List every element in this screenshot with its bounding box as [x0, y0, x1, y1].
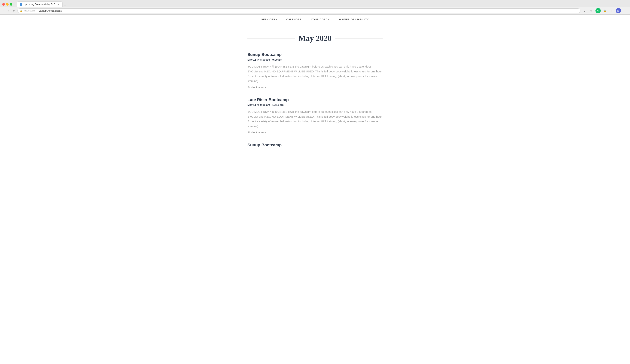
forward-icon: › — [8, 9, 9, 12]
grammarly-label: G — [597, 9, 599, 12]
event-item: Late Riser Bootcamp May 11 @ 9:15 am - 1… — [248, 97, 382, 134]
nav-services[interactable]: SERVICES ▾ — [261, 18, 277, 21]
tab-favicon — [20, 3, 22, 6]
extension-button[interactable]: 🔒 — [602, 8, 608, 13]
tab-close-button[interactable]: ✕ — [57, 3, 60, 6]
reload-button[interactable]: ↻ — [12, 8, 16, 13]
star-icon: ☆ — [590, 9, 592, 12]
reload-icon: ↻ — [12, 9, 15, 12]
bookmark-button[interactable]: ☆ — [589, 8, 594, 13]
page-content: SERVICES ▾ CALENDAR YOUR COACH WAIVER OF… — [0, 15, 630, 184]
grammarly-icon[interactable]: G — [596, 8, 601, 13]
find-out-more-link[interactable]: Find out more » — [248, 131, 266, 134]
month-line-right — [335, 38, 382, 38]
new-tab-button[interactable]: + — [62, 3, 68, 7]
forward-button[interactable]: › — [7, 8, 10, 13]
window-close-button[interactable] — [2, 3, 5, 6]
main-navigation: SERVICES ▾ CALENDAR YOUR COACH WAIVER OF… — [0, 15, 630, 24]
events-list: Sunup Bootcamp May 11 @ 8:00 am - 9:00 a… — [248, 52, 382, 147]
url-text: valleyfit.net/calendar/ — [39, 9, 62, 12]
event-date: May 11 @ 8:00 am - 9:00 am — [248, 58, 382, 61]
find-out-more-link[interactable]: Find out more » — [248, 86, 266, 89]
tab-bar: Upcoming Events – Valley Fit S ✕ + — [17, 1, 68, 7]
window-controls — [2, 3, 12, 6]
tab-label: Upcoming Events – Valley Fit S — [24, 3, 55, 6]
main-content: May 2020 Sunup Bootcamp May 11 @ 8:00 am… — [244, 24, 386, 167]
not-secure-label: Not Secure — [24, 9, 35, 12]
month-title: May 2020 — [298, 34, 332, 43]
month-line-left — [248, 38, 295, 38]
search-icon: ⚲ — [584, 9, 586, 12]
event-title[interactable]: Sunup Bootcamp — [248, 143, 382, 147]
calendar-label: CALENDAR — [286, 18, 302, 21]
month-header: May 2020 — [248, 34, 382, 43]
back-icon: ‹ — [4, 9, 4, 12]
services-label: SERVICES — [261, 18, 275, 21]
more-button[interactable]: ⋮ — [622, 8, 628, 13]
pinterest-icon: P — [611, 9, 612, 12]
pinterest-button[interactable]: P — [609, 8, 614, 13]
security-icon: 🔒 — [20, 9, 22, 12]
event-title[interactable]: Late Riser Bootcamp — [248, 97, 382, 102]
event-item: Sunup Bootcamp — [248, 143, 382, 147]
browser-chrome: Upcoming Events – Valley Fit S ✕ + ‹ › ↻… — [0, 0, 630, 15]
back-button[interactable]: ‹ — [2, 8, 6, 13]
profile-initial: M — [618, 9, 620, 12]
event-description: YOU MUST RSVP @ (904) 382-8531 the day/n… — [248, 109, 382, 128]
address-bar[interactable]: 🔒 Not Secure | valleyfit.net/calendar/ — [18, 8, 580, 13]
nav-calendar[interactable]: CALENDAR — [286, 18, 302, 21]
toolbar-right: ⚲ ☆ G 🔒 P M ⋮ — [582, 8, 628, 13]
search-button[interactable]: ⚲ — [582, 8, 587, 13]
active-tab[interactable]: Upcoming Events – Valley Fit S ✕ — [17, 1, 62, 7]
nav-coach[interactable]: YOUR COACH — [311, 18, 330, 21]
event-date: May 11 @ 9:15 am - 10:15 am — [248, 103, 382, 106]
more-icon: ⋮ — [624, 9, 626, 12]
window-maximize-button[interactable] — [10, 3, 12, 6]
waiver-label: WAIVER OF LIABILITY — [339, 18, 369, 21]
nav-waiver[interactable]: WAIVER OF LIABILITY — [339, 18, 369, 21]
event-title[interactable]: Sunup Bootcamp — [248, 52, 382, 57]
extension-icon: 🔒 — [603, 9, 606, 12]
address-separator: | — [37, 9, 37, 12]
event-description: YOU MUST RSVP @ (904) 382-8531 the day/n… — [248, 64, 382, 83]
services-dropdown-icon: ▾ — [276, 18, 277, 20]
profile-avatar[interactable]: M — [616, 8, 621, 13]
browser-titlebar: Upcoming Events – Valley Fit S ✕ + — [0, 0, 630, 7]
window-minimize-button[interactable] — [6, 3, 9, 6]
browser-toolbar: ‹ › ↻ 🔒 Not Secure | valleyfit.net/calen… — [0, 7, 630, 14]
coach-label: YOUR COACH — [311, 18, 330, 21]
event-item: Sunup Bootcamp May 11 @ 8:00 am - 9:00 a… — [248, 52, 382, 89]
